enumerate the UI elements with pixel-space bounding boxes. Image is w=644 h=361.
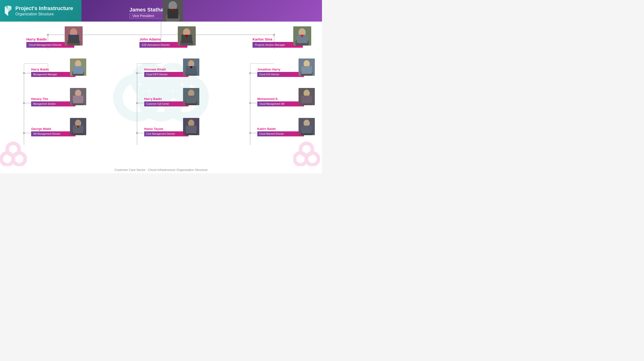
right-report2-photo [298, 88, 315, 105]
svg-point-41 [249, 102, 251, 104]
main-content: Harry Baidn Cloud Management Director Ha… [0, 22, 322, 173]
right-report1-photo [298, 59, 315, 76]
svg-point-42 [249, 132, 251, 134]
svg-point-40 [249, 72, 251, 74]
right-report2-role: Cloud Management SM [257, 101, 304, 106]
header-right: James Statham Vice President [82, 0, 322, 22]
svg-point-9 [1, 153, 13, 165]
right-director-photo [293, 26, 311, 46]
center-director-card: John Adams E2E Assurance Director [140, 37, 192, 48]
center-report3-role: Core Management Director [144, 131, 188, 136]
left-report1-card: Harry Baidn Management Manager [31, 68, 84, 77]
logo-icon [4, 6, 12, 16]
svg-point-28 [23, 132, 25, 134]
svg-point-33 [136, 72, 138, 74]
header: Project's Infrastructure Organization St… [0, 0, 322, 22]
svg-point-21 [273, 34, 275, 36]
svg-rect-97 [302, 126, 312, 133]
svg-point-34 [136, 102, 138, 104]
center-report1-role: Cloud KIPS Director [144, 72, 188, 77]
title-sub: Organization Structure [15, 12, 73, 16]
svg-point-26 [23, 72, 25, 74]
svg-point-11 [7, 143, 19, 155]
center-report2-role: Customer Call Center [144, 101, 188, 106]
header-left: Project's Infrastructure Organization St… [0, 0, 82, 22]
left-director-photo [65, 26, 83, 46]
right-report3-card: Katirn Baidn Cloud Mament Director [257, 127, 312, 136]
vp-name: James Statham [130, 7, 168, 13]
svg-rect-61 [73, 96, 84, 103]
right-report1-card: Jonathon Harry Cloud IOS Director [257, 68, 312, 77]
center-report2-photo [183, 88, 199, 105]
left-report1-role: Management Manager [31, 72, 76, 77]
left-report3-role: SM Management Director [31, 131, 76, 136]
svg-point-14 [300, 143, 312, 155]
svg-rect-93 [302, 96, 312, 103]
svg-point-13 [306, 153, 318, 165]
left-report2-photo [70, 88, 86, 105]
left-report3-card: Geurge Walid SM Management Director [31, 127, 84, 136]
svg-point-35 [136, 132, 138, 134]
vp-info: James Statham Vice President [130, 7, 168, 19]
center-report3-card: Hanio Tayow Core Management Director [144, 127, 197, 136]
left-report2-role: Management Section [31, 101, 76, 106]
left-report2-card: Henary Tire Management Section [31, 97, 84, 106]
vp-title-badge: Vice President [130, 13, 168, 19]
right-report2-card: Mohammed K. Cloud Management SM [257, 97, 312, 106]
center-report3-photo [183, 118, 199, 135]
header-title-block: Project's Infrastructure Organization St… [15, 5, 73, 16]
center-director-photo [178, 26, 196, 46]
svg-rect-57 [73, 66, 84, 74]
left-report3-photo [70, 118, 86, 135]
svg-point-20 [47, 34, 49, 36]
svg-point-12 [294, 153, 306, 165]
svg-rect-89 [302, 66, 312, 74]
svg-rect-81 [186, 126, 196, 133]
corner-decor-br [293, 137, 322, 166]
svg-rect-77 [186, 96, 196, 103]
center-report1-card: Hossam Khalil Cloud KIPS Director [144, 68, 197, 77]
svg-point-27 [23, 102, 25, 104]
title-main: Project's Infrastructure [15, 5, 73, 12]
right-report3-role: Cloud Mament Director [257, 131, 304, 136]
right-report3-photo [298, 118, 315, 135]
left-director-card: Harry Baidn Cloud Management Director [26, 37, 79, 48]
left-report1-photo [70, 59, 86, 76]
svg-point-10 [13, 153, 25, 165]
center-report2-card: Harry Baidn Customer Call Center [144, 97, 197, 106]
right-director-card: Karlos Sina Projects Section Manager [252, 37, 308, 48]
center-report1-photo [183, 59, 199, 76]
footer-text: Customer Care Sector - Cloud Infrastruct… [114, 168, 208, 172]
vp-photo [163, 0, 183, 22]
footer: Customer Care Sector - Cloud Infrastruct… [0, 166, 322, 173]
corner-decor-bl [0, 137, 29, 166]
right-report1-role: Cloud IOS Director [257, 72, 304, 77]
